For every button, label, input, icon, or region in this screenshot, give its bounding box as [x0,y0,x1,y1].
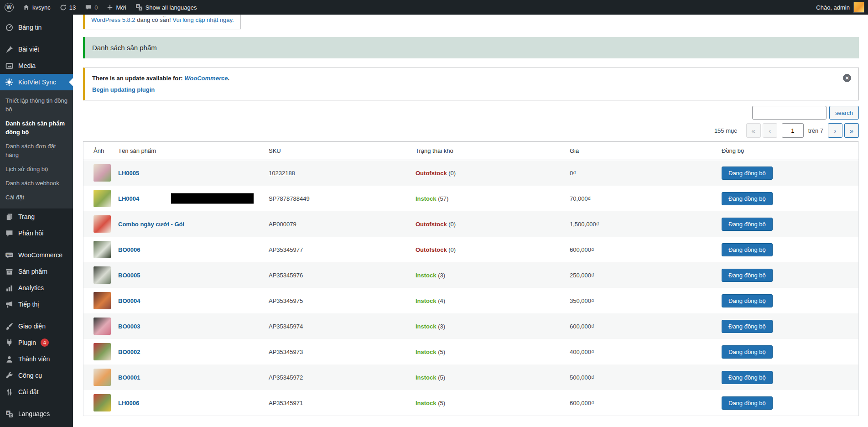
table-row: Combo ngày cưới - Gói AP000079 Outofstoc… [83,211,859,237]
gear-icon [5,78,14,87]
sync-button[interactable]: Đang đồng bộ [722,192,773,205]
sync-button[interactable]: Đang đồng bộ [722,345,773,359]
current-page-input[interactable] [782,123,804,138]
stock-count: (0) [448,221,456,228]
table-row: BO0003 AP35345974 Instock (3) 600,000₫ Đ… [83,313,859,339]
search-input[interactable] [752,106,826,120]
sidebar-item-giao-dien[interactable]: Giao diện [0,318,73,334]
begin-updating-link[interactable]: Begin updating plugin [92,86,155,93]
stock-count: (0) [448,170,456,177]
search-button[interactable]: search [829,106,859,120]
table-row: BO0002 AP35345973 Instock (5) 400,000₫ Đ… [83,339,859,365]
comment-count: 0 [94,4,98,11]
last-page-button[interactable]: » [844,123,859,138]
product-thumbnail [94,164,111,182]
sidebar-item-cai-dat[interactable]: Cài đặt [0,384,73,400]
product-price: 600,000₫ [570,313,722,339]
sync-button[interactable]: Đang đồng bộ [722,371,773,384]
sync-button[interactable]: Đang đồng bộ [722,167,773,180]
submenu-item-lich-su[interactable]: Lịch sử đồng bộ [0,162,73,176]
product-name-link[interactable]: LH0005 [118,170,139,177]
product-sku: AP000079 [269,211,416,237]
column-header-sync: Đồng bộ [722,142,859,160]
submenu-item-webhook[interactable]: Danh sách webhook [0,176,73,190]
updates-link[interactable]: 13 [55,0,80,15]
bar-chart-icon [5,283,14,292]
submenu-item-danh-sach-san-pham[interactable]: Danh sách sản phẩm đồng bộ [0,116,73,139]
submenu-item-thiet-lap[interactable]: Thiết lập thông tin đồng bộ [0,94,73,116]
greeting[interactable]: Chào, admin [816,4,850,11]
sidebar-item-thanh-vien[interactable]: Thành viên [0,351,73,367]
wordpress-menu[interactable]: W [0,0,18,15]
sidebar-item-collapse-menu[interactable]: Thu gọn menu [0,422,73,427]
products-box-icon [5,267,14,276]
sidebar-item-analytics[interactable]: Analytics [0,280,73,296]
sidebar-item-cong-cu[interactable]: Công cụ [0,367,73,384]
update-now-link[interactable]: Vui lòng cập nhật ngay. [172,16,234,23]
product-name-link[interactable]: BO0001 [118,374,140,381]
sidebar-item-media[interactable]: Media [0,57,73,74]
avatar[interactable] [853,2,864,13]
sidebar-item-plugin[interactable]: Plugin 4 [0,334,73,351]
woocommerce-link[interactable]: WooCommerce [184,75,228,82]
sync-button[interactable]: Đang đồng bộ [722,294,773,307]
table-row: BO0006 AP35345977 Outofstock (0) 600,000… [83,237,859,262]
new-content-menu[interactable]: Mới [102,0,130,15]
show-all-languages[interactable]: A Show all languages [131,0,202,15]
admin-bar: W kvsync 13 0 Mới A Show all languages C… [0,0,868,15]
sidebar-item-kiotviet-sync[interactable]: KiotViet Sync [0,74,73,90]
product-name-link[interactable]: BO0004 [118,297,140,304]
total-items-count: 155 mục [714,127,737,134]
pushpin-icon [5,45,14,54]
sidebar-item-woocommerce[interactable]: Woo WooCommerce [0,247,73,263]
comment-icon [5,229,14,238]
stock-status: Outofstock [416,246,447,253]
sidebar-item-trang[interactable]: Trang [0,208,73,225]
product-name-link[interactable]: BO0003 [118,323,140,330]
page-title: Danh sách sản phẩm [92,44,157,52]
menu-separator [0,312,73,318]
previous-page-button[interactable]: ‹ [763,123,777,138]
product-sku: AP35345971 [269,390,416,416]
stock-status: Outofstock [416,170,447,177]
svg-text:A: A [136,4,139,8]
submenu-item-cai-dat[interactable]: Cài đặt [0,190,73,204]
stock-count: (3) [438,323,445,330]
product-name-link[interactable]: LH0004 [118,195,139,202]
sync-button[interactable]: Đang đồng bộ [722,320,773,333]
product-name-link[interactable]: Combo ngày cưới - Gói [118,221,184,228]
next-page-button[interactable]: › [828,123,842,138]
plugin-icon [5,338,14,347]
menu-separator [0,241,73,247]
dismiss-notice-icon[interactable]: ✕ [843,74,851,82]
first-page-button[interactable]: « [746,123,761,138]
media-icon [5,61,14,70]
sidebar-item-san-pham[interactable]: Sản phẩm [0,263,73,280]
table-row: BO0005 AP35345976 Instock (3) 250,000₫ Đ… [83,262,859,288]
sidebar-item-bang-tin[interactable]: Bảng tin [0,19,73,36]
product-thumbnail [94,292,111,309]
total-pages-label: trên 7 [808,127,823,134]
woocommerce-icon: Woo [5,250,14,260]
product-sku: SP7878788449 [269,186,416,211]
product-name-link[interactable]: BO0002 [118,349,140,355]
site-link[interactable]: kvsync [18,0,55,15]
comments-link[interactable]: 0 [80,0,102,15]
sidebar-item-tiep-thi[interactable]: Tiếp thị [0,296,73,312]
sync-button[interactable]: Đang đồng bộ [722,243,773,256]
sidebar-item-languages[interactable]: A Languages [0,406,73,422]
sidebar-item-bai-viet[interactable]: Bài viết [0,41,73,57]
sync-button[interactable]: Đang đồng bộ [722,269,773,282]
sync-button[interactable]: Đang đồng bộ [722,396,773,410]
wordpress-version-link[interactable]: WordPress 5.8.2 [91,16,135,23]
sliders-icon [5,387,14,396]
table-row: LH0006 AP35345971 Instock (5) 600,000₫ Đ… [83,390,859,416]
product-name-link[interactable]: BO0005 [118,272,140,279]
product-name-link[interactable]: BO0006 [118,246,140,253]
sync-button[interactable]: Đang đồng bộ [722,218,773,231]
product-sku: AP35345973 [269,339,416,365]
submenu-item-don-dat-hang[interactable]: Danh sách đơn đặt hàng [0,139,73,162]
menu-separator [0,400,73,406]
product-name-link[interactable]: LH0006 [118,400,139,406]
sidebar-item-phan-hoi[interactable]: Phản hồi [0,225,73,241]
